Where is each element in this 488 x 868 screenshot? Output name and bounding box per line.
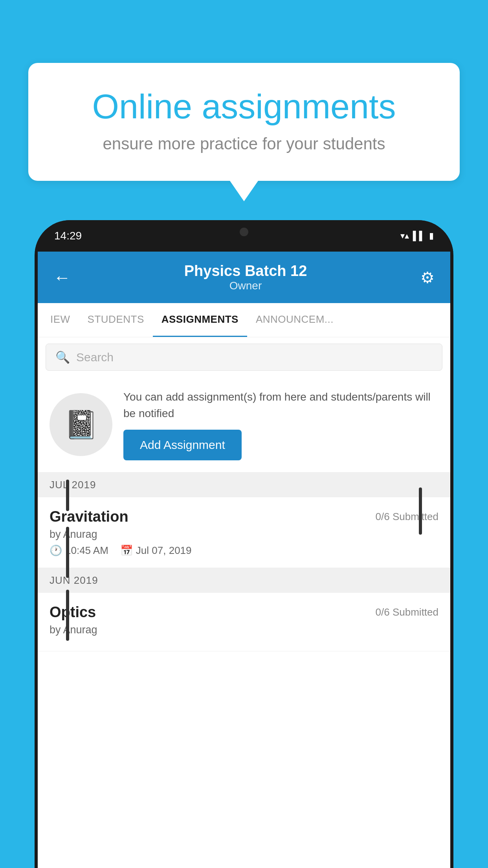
- tab-announcements[interactable]: ANNOUNCEM...: [247, 303, 342, 337]
- assignment-top-row-optics: Optics 0/6 Submitted: [50, 604, 438, 621]
- phone-volume-down-button: [66, 527, 69, 578]
- search-container: 🔍 Search: [38, 337, 450, 377]
- assignment-by: by Anurag: [50, 528, 438, 541]
- header-title-block: Physics Batch 12 Owner: [184, 263, 307, 292]
- assignment-item-optics[interactable]: Optics 0/6 Submitted by Anurag: [38, 593, 450, 651]
- assignment-date: 📅 Jul 07, 2019: [120, 544, 192, 557]
- settings-icon[interactable]: ⚙: [420, 268, 435, 287]
- status-time: 14:29: [54, 230, 82, 242]
- assignment-title-optics: Optics: [50, 604, 96, 621]
- phone-silent-button: [66, 590, 69, 641]
- back-button[interactable]: ←: [53, 268, 71, 287]
- search-icon: 🔍: [55, 350, 70, 364]
- speech-bubble-container: Online assignments ensure more practice …: [28, 63, 460, 181]
- assignment-time: 🕐 10:45 AM: [50, 544, 108, 557]
- assignment-promo: 📓 You can add assignment(s) from here an…: [38, 377, 450, 473]
- search-placeholder: Search: [76, 351, 114, 364]
- promo-icon-circle: 📓: [50, 393, 112, 456]
- phone-volume-up-button: [66, 480, 69, 511]
- add-assignment-button[interactable]: Add Assignment: [123, 430, 242, 460]
- speech-bubble-title: Online assignments: [56, 86, 432, 127]
- status-bar: 14:29 ▾▴ ▌▌ ▮: [35, 220, 453, 252]
- calendar-icon: 📅: [120, 544, 133, 557]
- status-icons: ▾▴ ▌▌ ▮: [400, 231, 434, 241]
- battery-icon: ▮: [429, 231, 434, 241]
- tab-students[interactable]: STUDENTS: [79, 303, 153, 337]
- search-bar[interactable]: 🔍 Search: [46, 344, 442, 371]
- assignment-title: Gravitation: [50, 508, 128, 525]
- phone-notch: [213, 220, 275, 244]
- batch-title: Physics Batch 12: [184, 263, 307, 280]
- assignment-top-row: Gravitation 0/6 Submitted: [50, 508, 438, 525]
- notebook-icon: 📓: [64, 408, 98, 441]
- tabs-bar: IEW STUDENTS ASSIGNMENTS ANNOUNCEM...: [38, 303, 450, 337]
- phone-power-button: [419, 487, 422, 535]
- front-camera: [240, 228, 248, 236]
- speech-bubble-subtitle: ensure more practice for your students: [56, 134, 432, 153]
- assignment-meta: 🕐 10:45 AM 📅 Jul 07, 2019: [50, 544, 438, 557]
- speech-bubble: Online assignments ensure more practice …: [28, 63, 460, 181]
- signal-icon: ▌▌: [413, 231, 425, 241]
- tab-iew[interactable]: IEW: [42, 303, 79, 337]
- app-header: ← Physics Batch 12 Owner ⚙: [38, 252, 450, 303]
- promo-text: You can add assignment(s) from here and …: [123, 389, 438, 422]
- assignment-submitted: 0/6 Submitted: [376, 511, 438, 523]
- assignment-by-optics: by Anurag: [50, 624, 438, 636]
- phone-mockup: 14:29 ▾▴ ▌▌ ▮ ← Physics Batch 12 Owner ⚙…: [35, 220, 453, 868]
- section-header-jul: JUL 2019: [38, 473, 450, 497]
- wifi-icon: ▾▴: [400, 231, 409, 241]
- section-header-jun: JUN 2019: [38, 568, 450, 593]
- assignment-submitted-optics: 0/6 Submitted: [376, 606, 438, 618]
- assignment-item-gravitation[interactable]: Gravitation 0/6 Submitted by Anurag 🕐 10…: [38, 497, 450, 568]
- batch-subtitle: Owner: [184, 280, 307, 292]
- clock-icon: 🕐: [50, 544, 62, 557]
- phone-screen: ← Physics Batch 12 Owner ⚙ IEW STUDENTS …: [38, 252, 450, 868]
- promo-content: You can add assignment(s) from here and …: [123, 389, 438, 460]
- tab-assignments[interactable]: ASSIGNMENTS: [153, 303, 247, 337]
